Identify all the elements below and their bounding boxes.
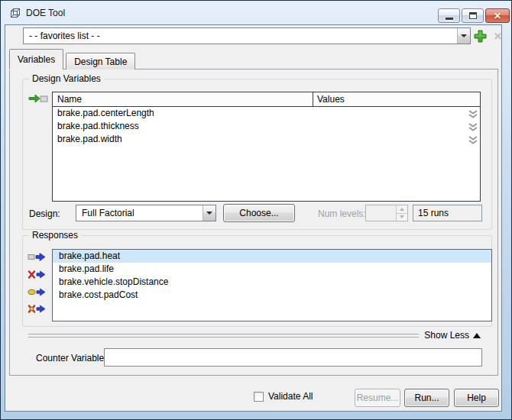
- remove-output-button[interactable]: [28, 270, 47, 279]
- chevron-up-icon: [400, 208, 404, 211]
- resume-button[interactable]: Resume...: [355, 389, 400, 407]
- validate-all-label: Validate All: [268, 391, 313, 402]
- tab-label: Design Table: [74, 57, 127, 67]
- table-row[interactable]: brake.pad.thickness: [53, 120, 480, 133]
- tab-strip: Variables Design Table: [9, 49, 135, 69]
- run-button[interactable]: Run...: [404, 389, 449, 407]
- maximize-icon: [469, 12, 477, 19]
- list-item[interactable]: brake.cost.padCost: [53, 289, 491, 302]
- table-row[interactable]: brake.pad.centerLength: [53, 107, 480, 120]
- pill-arrow-icon: [28, 287, 47, 297]
- arrow-into-box-icon: [28, 93, 48, 104]
- response-name: brake.pad.life: [59, 263, 114, 274]
- design-method-value: Full Factorial: [76, 208, 203, 218]
- add-variable-button[interactable]: [28, 93, 48, 104]
- validate-all-checkbox[interactable]: [254, 392, 264, 402]
- map-parameter-button[interactable]: [28, 287, 47, 297]
- design-label: Design:: [29, 208, 60, 219]
- favorites-selected-value: - - favorites list - -: [24, 31, 457, 41]
- table-header: Name Values: [53, 92, 480, 107]
- variable-name: brake.pad.centerLength: [57, 108, 154, 118]
- dialog-client-area: - - favorites list - - ✕ Variables Desig…: [5, 24, 502, 412]
- list-item[interactable]: brake.vehicle.stopDistance: [53, 276, 491, 289]
- close-icon: ✕: [494, 11, 501, 21]
- tab-label: Variables: [18, 54, 55, 65]
- add-favorite-button[interactable]: [472, 28, 488, 44]
- design-variables-table: Name Values brake.pad.centerLength brake…: [52, 92, 481, 202]
- collapse-triangle-icon: [473, 333, 481, 338]
- response-name: brake.pad.heat: [59, 250, 120, 261]
- design-variables-group: Design Variables Name Values brake.pad.c…: [22, 79, 492, 230]
- num-levels-label: Num levels:: [318, 208, 366, 219]
- column-header-values: Values: [313, 92, 480, 106]
- window-frame: DOE Tool ✕ - - favorites list - - ✕ Vari…: [0, 0, 512, 420]
- chevron-down-icon: [400, 215, 404, 218]
- spinner-buttons: [396, 205, 407, 221]
- list-item[interactable]: brake.pad.life: [53, 263, 491, 276]
- run-button-label: Run...: [414, 393, 439, 403]
- show-less-row: Show Less: [28, 330, 481, 341]
- minimize-icon: [446, 18, 453, 20]
- counter-variable-input[interactable]: [104, 348, 482, 367]
- variables-tab-page: Design Variables Name Values brake.pad.c…: [9, 69, 498, 376]
- remove-parameter-button[interactable]: [28, 304, 47, 314]
- separator: [28, 334, 419, 338]
- remove-favorite-button[interactable]: ✕: [491, 29, 504, 43]
- minimize-button[interactable]: [438, 8, 460, 23]
- expand-values-icon[interactable]: [468, 122, 478, 131]
- num-levels-spinner[interactable]: [365, 205, 408, 221]
- title-bar[interactable]: DOE Tool ✕: [2, 2, 510, 24]
- list-item[interactable]: brake.pad.heat: [53, 250, 491, 263]
- choose-button-label: Choose...: [239, 208, 278, 218]
- help-button[interactable]: Help: [454, 389, 499, 407]
- expand-values-icon[interactable]: [468, 135, 478, 144]
- show-less-toggle[interactable]: Show Less: [424, 330, 481, 341]
- num-levels-value: [366, 205, 396, 221]
- responses-group: Responses: [22, 235, 492, 327]
- spin-down-button[interactable]: [397, 214, 407, 221]
- tab-design-table[interactable]: Design Table: [66, 53, 135, 69]
- tab-variables[interactable]: Variables: [9, 49, 63, 69]
- cube-app-icon: [9, 7, 21, 19]
- response-name: brake.vehicle.stopDistance: [59, 276, 168, 287]
- table-row[interactable]: brake.pad.width: [53, 133, 480, 146]
- favorites-combobox[interactable]: - - favorites list - -: [23, 27, 471, 44]
- variable-name: brake.pad.width: [57, 134, 122, 144]
- close-button[interactable]: ✕: [485, 8, 510, 23]
- choose-button[interactable]: Choose...: [223, 204, 295, 222]
- counter-variable-label: Counter Variable:: [36, 353, 107, 363]
- response-name: brake.cost.padCost: [59, 289, 138, 300]
- x-ball-arrow-icon: [28, 304, 47, 314]
- responses-list: brake.pad.heat brake.pad.life brake.vehi…: [52, 249, 492, 321]
- show-less-label: Show Less: [424, 330, 469, 341]
- maximize-button[interactable]: [462, 8, 484, 23]
- chevron-down-icon: [461, 34, 467, 37]
- spin-up-button[interactable]: [397, 205, 407, 214]
- gray-x-icon: ✕: [494, 31, 502, 42]
- design-variables-group-label: Design Variables: [29, 73, 104, 84]
- responses-group-label: Responses: [29, 230, 81, 241]
- help-button-label: Help: [467, 393, 486, 403]
- column-header-name: Name: [53, 92, 313, 106]
- design-method-combobox[interactable]: Full Factorial: [76, 205, 216, 221]
- x-arrow-icon: [28, 270, 47, 279]
- favorites-dropdown-button[interactable]: [457, 28, 470, 44]
- box-arrow-icon: [28, 252, 47, 262]
- green-plus-icon: [473, 29, 488, 44]
- expand-values-icon[interactable]: [468, 109, 478, 118]
- chevron-down-icon: [206, 212, 212, 215]
- runs-count-field: 15 runs: [413, 205, 482, 221]
- resume-button-label: Resume...: [357, 393, 399, 403]
- window-title: DOE Tool: [26, 2, 65, 24]
- design-method-dropdown-button[interactable]: [203, 205, 215, 221]
- map-output-button[interactable]: [28, 252, 47, 262]
- variable-name: brake.pad.thickness: [57, 121, 139, 131]
